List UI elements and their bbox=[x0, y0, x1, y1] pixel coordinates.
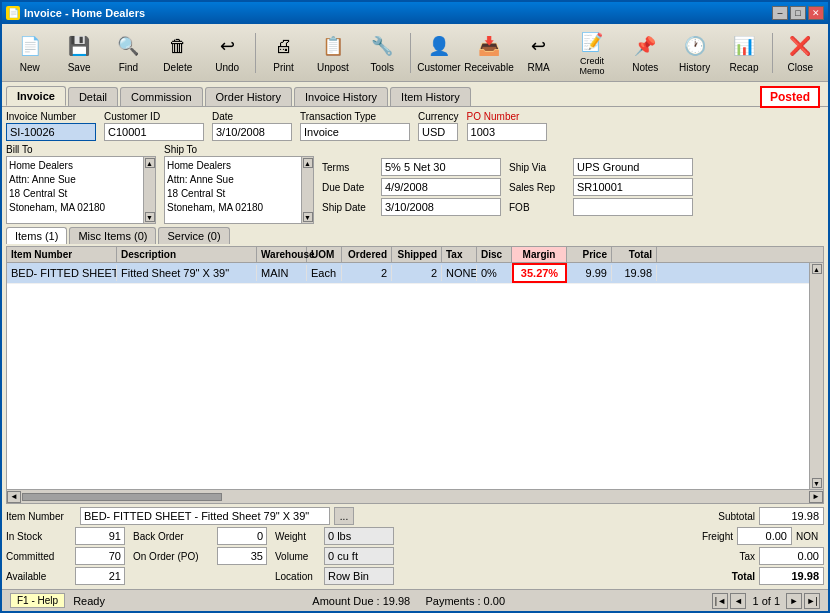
sales-rep-field[interactable] bbox=[573, 178, 693, 196]
items-tab-service[interactable]: Service (0) bbox=[158, 227, 229, 244]
nav-prev[interactable]: ◄ bbox=[730, 593, 746, 609]
transaction-type-field[interactable] bbox=[300, 123, 410, 141]
toolbar-credit-button[interactable]: 📝 Credit Memo bbox=[564, 27, 619, 79]
recap-icon: 📊 bbox=[730, 32, 758, 60]
ship-to-scroll-up[interactable]: ▲ bbox=[303, 158, 313, 168]
due-date-field[interactable] bbox=[381, 178, 501, 196]
tools-icon: 🔧 bbox=[368, 32, 396, 60]
bill-to-scroll-up[interactable]: ▲ bbox=[145, 158, 155, 168]
left-stock: In Stock Committed Available bbox=[6, 527, 125, 585]
ship-date-field[interactable] bbox=[381, 198, 501, 216]
committed-field[interactable] bbox=[75, 547, 125, 565]
hscroll-track bbox=[21, 492, 809, 502]
hscroll-thumb[interactable] bbox=[22, 493, 222, 501]
po-number-field[interactable] bbox=[467, 123, 547, 141]
toolbar-unpost-button[interactable]: 📋 Unpost bbox=[309, 27, 356, 79]
rma-icon: ↩ bbox=[525, 32, 553, 60]
toolbar-tools-button[interactable]: 🔧 Tools bbox=[359, 27, 406, 79]
currency-field[interactable] bbox=[418, 123, 458, 141]
toolbar-history-button[interactable]: 🕐 History bbox=[671, 27, 718, 79]
toolbar-customer-button[interactable]: 👤 Customer bbox=[415, 27, 463, 79]
date-field[interactable] bbox=[212, 123, 292, 141]
toolbar-undo-button[interactable]: ↩ Undo bbox=[204, 27, 251, 79]
fob-label: FOB bbox=[509, 202, 569, 213]
bill-to-text: Home DealersAttn: Anne Sue18 Central StS… bbox=[9, 159, 153, 215]
window-title: Invoice - Home Dealers bbox=[24, 7, 145, 19]
minimize-button[interactable]: – bbox=[772, 6, 788, 20]
table-row[interactable]: BED- FITTED SHEET ▼ Fitted Sheet 79" X 3… bbox=[7, 263, 809, 284]
receivable-label: Receivable bbox=[464, 62, 513, 73]
grid-scroll-up[interactable]: ▲ bbox=[812, 264, 822, 274]
toolbar-new-button[interactable]: 📄 New bbox=[6, 27, 53, 79]
items-tab-items[interactable]: Items (1) bbox=[6, 227, 67, 244]
invoice-number-field[interactable] bbox=[6, 123, 96, 141]
toolbar-receivable-button[interactable]: 📥 Receivable bbox=[465, 27, 513, 79]
hscroll-right[interactable]: ► bbox=[809, 491, 823, 503]
toolbar-notes-button[interactable]: 📌 Notes bbox=[622, 27, 669, 79]
back-order-field[interactable] bbox=[217, 527, 267, 545]
tab-detail[interactable]: Detail bbox=[68, 87, 118, 106]
tax-field bbox=[759, 547, 824, 565]
ship-to-group: Ship To Home DealersAttn: Anne Sue18 Cen… bbox=[164, 144, 314, 224]
toolbar-save-button[interactable]: 💾 Save bbox=[55, 27, 102, 79]
nav-next[interactable]: ► bbox=[786, 593, 802, 609]
toolbar-find-button[interactable]: 🔍 Find bbox=[105, 27, 152, 79]
ship-date-field-group: Ship Date bbox=[322, 198, 501, 216]
back-order-label: Back Order bbox=[133, 531, 213, 542]
main-window: 📄 Invoice - Home Dealers – □ ✕ 📄 New 💾 S… bbox=[0, 0, 830, 613]
on-order-field[interactable] bbox=[217, 547, 267, 565]
customer-label: Customer bbox=[417, 62, 460, 73]
customer-id-label: Customer ID bbox=[104, 111, 204, 122]
cell-price: 9.99 bbox=[567, 265, 612, 281]
item-lookup-button[interactable]: ... bbox=[334, 507, 354, 525]
fob-field[interactable] bbox=[573, 198, 693, 216]
items-tab-misc[interactable]: Misc Items (0) bbox=[69, 227, 156, 244]
total-label: Total bbox=[700, 571, 755, 582]
close-window-button[interactable]: ✕ bbox=[808, 6, 824, 20]
notes-label: Notes bbox=[632, 62, 658, 73]
transaction-type-label: Transaction Type bbox=[300, 111, 410, 122]
pagination: |◄ ◄ 1 of 1 ► ►| bbox=[712, 593, 820, 609]
nav-last[interactable]: ►| bbox=[804, 593, 820, 609]
back-order-row: Back Order bbox=[133, 527, 267, 545]
col-header-wh: Warehouse bbox=[257, 247, 307, 262]
in-stock-field[interactable] bbox=[75, 527, 125, 545]
freight-tag: NON bbox=[796, 531, 824, 542]
tab-item-history[interactable]: Item History bbox=[390, 87, 471, 106]
terms-field[interactable] bbox=[381, 158, 501, 176]
nav-first[interactable]: |◄ bbox=[712, 593, 728, 609]
available-label: Available bbox=[6, 571, 71, 582]
tab-invoice-history[interactable]: Invoice History bbox=[294, 87, 388, 106]
toolbar-delete-button[interactable]: 🗑 Delete bbox=[154, 27, 201, 79]
close-label: Close bbox=[788, 62, 814, 73]
tab-commission[interactable]: Commission bbox=[120, 87, 203, 106]
toolbar-print-button[interactable]: 🖨 Print bbox=[260, 27, 307, 79]
tab-invoice[interactable]: Invoice bbox=[6, 86, 66, 106]
hscroll-left[interactable]: ◄ bbox=[7, 491, 21, 503]
col-header-tax: Tax bbox=[442, 247, 477, 262]
bill-to-scroll-down[interactable]: ▼ bbox=[145, 212, 155, 222]
customer-id-field[interactable] bbox=[104, 123, 204, 141]
available-field[interactable] bbox=[75, 567, 125, 585]
ship-via-field[interactable] bbox=[573, 158, 693, 176]
page-of: of bbox=[762, 595, 774, 607]
toolbar-rma-button[interactable]: ↩ RMA bbox=[515, 27, 562, 79]
bottom-area: Item Number ... In Stock Committed bbox=[6, 507, 824, 585]
status-text: Ready bbox=[73, 595, 105, 607]
col-header-desc: Description bbox=[117, 247, 257, 262]
ship-to-scroll-down[interactable]: ▼ bbox=[303, 212, 313, 222]
print-icon: 🖨 bbox=[270, 32, 298, 60]
committed-row: Committed bbox=[6, 547, 125, 565]
maximize-button[interactable]: □ bbox=[790, 6, 806, 20]
grid-body: BED- FITTED SHEET ▼ Fitted Sheet 79" X 3… bbox=[7, 263, 809, 489]
toolbar-close-button[interactable]: ❌ Close bbox=[777, 27, 824, 79]
item-number-field[interactable] bbox=[80, 507, 330, 525]
freight-field[interactable] bbox=[737, 527, 792, 545]
scroll-col bbox=[657, 247, 671, 262]
history-icon: 🕐 bbox=[681, 32, 709, 60]
grid-hscrollbar[interactable]: ◄ ► bbox=[7, 489, 823, 503]
grid-scroll-down[interactable]: ▼ bbox=[812, 478, 822, 488]
toolbar-recap-button[interactable]: 📊 Recap bbox=[720, 27, 767, 79]
toolbar: 📄 New 💾 Save 🔍 Find 🗑 Delete ↩ Undo 🖨 Pr… bbox=[2, 24, 828, 82]
tab-order-history[interactable]: Order History bbox=[205, 87, 292, 106]
